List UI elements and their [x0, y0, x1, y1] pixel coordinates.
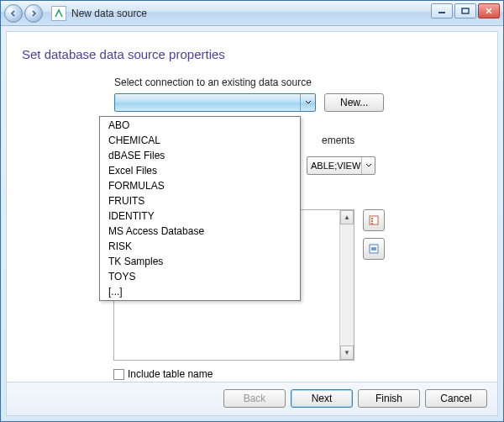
cancel-button[interactable]: Cancel [425, 389, 487, 408]
svg-rect-3 [371, 218, 373, 219]
dropdown-item[interactable]: ABO [100, 118, 300, 133]
type-combobox[interactable]: ABLE;VIEW [307, 156, 375, 175]
svg-rect-0 [438, 12, 445, 13]
back-button[interactable]: Back [223, 389, 286, 408]
svg-rect-4 [371, 220, 373, 222]
new-connection-button[interactable]: New... [324, 93, 384, 112]
nav-back-button[interactable] [4, 4, 23, 23]
dropdown-item[interactable]: RISK [100, 239, 300, 254]
content-pane: Set database data source properties Sele… [6, 31, 498, 416]
scroll-down-icon[interactable]: ▼ [340, 346, 354, 360]
scrollbar[interactable]: ▲ ▼ [339, 210, 354, 360]
close-button[interactable] [478, 3, 500, 18]
maximize-button[interactable] [454, 3, 476, 18]
chevron-down-icon [300, 94, 315, 111]
wizard-footer: Back Next Finish Cancel [7, 382, 497, 415]
connection-dropdown-list[interactable]: ABOCHEMICALdBASE FilesExcel FilesFORMULA… [99, 116, 301, 301]
scroll-track[interactable] [340, 224, 354, 346]
dropdown-item[interactable]: IDENTITY [100, 208, 300, 224]
dropdown-item[interactable]: TOYS [100, 269, 300, 284]
preview-button[interactable] [363, 238, 385, 260]
svg-rect-1 [462, 8, 469, 13]
dropdown-item[interactable]: TK Samples [100, 254, 300, 269]
dropdown-item[interactable]: dBASE Files [100, 148, 300, 163]
window-title: New data source [71, 8, 147, 19]
nav-forward-button[interactable] [24, 4, 43, 23]
window-frame: New data source Set database data source… [0, 0, 504, 422]
dropdown-item[interactable]: [...] [100, 284, 300, 299]
dropdown-item[interactable]: MS Access Database [100, 224, 300, 239]
next-button[interactable]: Next [291, 389, 353, 408]
svg-rect-2 [370, 216, 378, 224]
titlebar: New data source [1, 1, 503, 26]
dropdown-item[interactable]: Excel Files [100, 163, 300, 178]
svg-rect-7 [371, 247, 376, 251]
chevron-down-icon [361, 157, 375, 174]
include-table-name-checkbox[interactable] [113, 369, 124, 380]
page-heading: Set database data source properties [22, 47, 482, 61]
type-combobox-value: ABLE;VIEW [311, 161, 360, 171]
partial-label: ements [322, 135, 354, 146]
minimize-button[interactable] [431, 3, 453, 18]
connection-combobox[interactable] [114, 93, 316, 112]
scroll-up-icon[interactable]: ▲ [340, 210, 354, 224]
select-connection-label: Select connection to an existing data so… [114, 76, 482, 88]
include-table-name-label: Include table name [128, 368, 213, 380]
select-columns-button[interactable] [363, 209, 385, 231]
dropdown-item[interactable]: FRUITS [100, 193, 300, 208]
dropdown-item[interactable]: CHEMICAL [100, 133, 300, 148]
dropdown-item[interactable]: FORMULAS [100, 178, 300, 193]
svg-rect-5 [371, 223, 373, 224]
app-icon [51, 6, 66, 21]
finish-button[interactable]: Finish [358, 389, 420, 408]
